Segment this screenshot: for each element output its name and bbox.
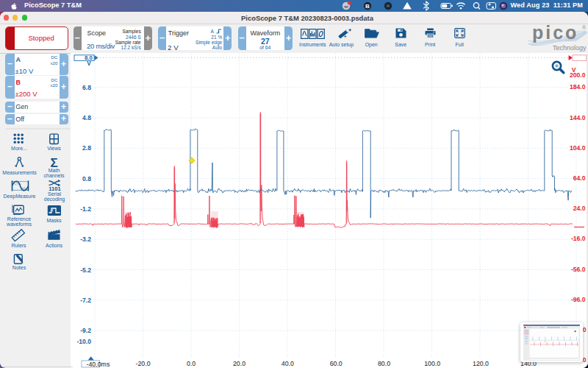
svg-text:®: ® <box>582 24 587 29</box>
svg-text:-1.2: -1.2 <box>80 205 91 213</box>
svg-text:-56.0: -56.0 <box>571 266 586 273</box>
svg-text:100.0: 100.0 <box>424 360 440 367</box>
svg-text:104.0: 104.0 <box>570 144 586 152</box>
svg-text:120.0: 120.0 <box>473 360 489 367</box>
svg-text:-9.2: -9.2 <box>80 327 91 334</box>
svg-text:6.8: 6.8 <box>82 84 91 91</box>
svg-text:80.0: 80.0 <box>378 360 390 367</box>
svg-text:-96.0: -96.0 <box>571 296 586 303</box>
svg-text:184.0: 184.0 <box>570 83 586 91</box>
svg-text:V: V <box>87 60 91 67</box>
svg-text:0.8: 0.8 <box>82 175 91 183</box>
svg-text:4.8: 4.8 <box>82 114 91 121</box>
svg-text:60.0: 60.0 <box>330 360 343 367</box>
svg-text:40.0: 40.0 <box>282 360 294 367</box>
svg-text:B: B <box>365 3 370 10</box>
svg-text:20.0: 20.0 <box>233 360 245 367</box>
svg-text:-5.2: -5.2 <box>80 266 91 274</box>
svg-text:24.0: 24.0 <box>573 205 586 213</box>
svg-text:-10.0: -10.0 <box>76 338 91 345</box>
svg-text:-7.2: -7.2 <box>80 297 91 304</box>
svg-text:-40.0ms: -40.0ms <box>87 361 110 368</box>
svg-text:2.8: 2.8 <box>82 144 91 152</box>
svg-text:144.0: 144.0 <box>570 114 586 121</box>
svg-text:0.0: 0.0 <box>187 360 196 367</box>
svg-text:8.0: 8.0 <box>85 54 93 61</box>
svg-text:-3.2: -3.2 <box>80 236 91 243</box>
svg-text:V: V <box>572 66 576 74</box>
svg-text:pico: pico <box>532 24 578 43</box>
svg-text:-20.0: -20.0 <box>135 360 150 367</box>
svg-text:Technology: Technology <box>553 43 587 51</box>
svg-text:-16.0: -16.0 <box>571 236 586 243</box>
svg-text:64.0: 64.0 <box>573 174 586 182</box>
